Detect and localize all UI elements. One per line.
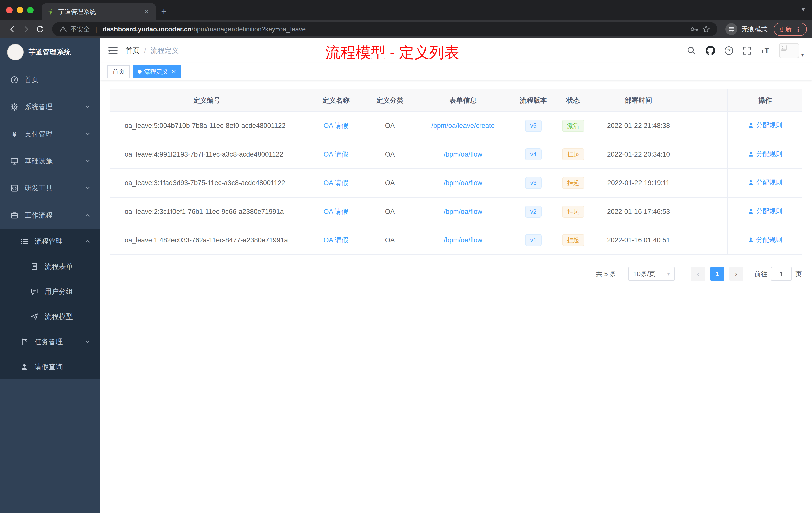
sidebar-item-payment[interactable]: ¥ 支付管理 [0,120,100,148]
sidebar-item-label: 系统管理 [25,102,53,112]
sidebar-item-infrastructure[interactable]: 基础设施 [0,148,100,175]
filler-cell [683,197,728,226]
main-panel: 流程模型 - 定义列表 首页 / 流程定义 ? [100,38,812,513]
pagination-total: 共 5 条 [596,270,616,278]
sidebar-item-label: 首页 [25,75,39,85]
status-badge: 挂起 [562,234,584,246]
chevron-down-icon [85,158,90,164]
definition-name-link[interactable]: OA 请假 [323,208,348,215]
definition-name-link[interactable]: OA 请假 [323,151,348,158]
prev-page-button[interactable]: ‹ [691,267,705,281]
table-row: oa_leave:1:482ec033-762a-11ec-8477-a2380… [111,226,802,254]
deploy-time: 2022-01-22 21:48:38 [594,112,683,140]
page-size-select[interactable]: 10条/页 ▾ [628,267,675,281]
user-icon [748,208,754,215]
url-divider: | [95,25,97,33]
tag-home[interactable]: 首页 [108,65,129,78]
sidebar-item-process-model[interactable]: 流程模型 [0,304,100,329]
back-button[interactable] [5,22,19,36]
assign-rule-button[interactable]: 分配规则 [748,207,782,216]
assign-rule-label: 分配规则 [756,235,782,244]
address-bar[interactable]: 不安全 | dashboard.yudao.iocoder.cn/bpm/man… [52,22,717,36]
security-label: 不安全 [70,25,90,34]
bookmark-star-icon[interactable] [702,25,710,33]
form-info-link[interactable]: /bpm/oa/flow [444,236,482,244]
tab-strip: 芋道管理系统 × + ▾ [0,0,812,20]
forward-button[interactable] [19,22,33,36]
form-info-link[interactable]: /bpm/oa/flow [444,179,482,187]
sidebar-item-dev-tools[interactable]: 研发工具 [0,175,100,202]
chevron-down-icon: ▾ [667,271,670,277]
tab-search-chevron-icon[interactable]: ▾ [802,5,805,13]
insecure-warning-icon[interactable] [59,25,67,33]
minimize-window-button[interactable] [17,7,23,13]
definition-name-link[interactable]: OA 请假 [323,179,348,187]
help-icon[interactable]: ? [725,47,733,55]
sidebar-item-workflow[interactable]: 工作流程 [0,202,100,229]
user-icon [748,151,754,157]
user-icon [748,237,754,243]
tab-close-icon[interactable]: × [142,7,151,16]
sidebar-item-user-group[interactable]: 用户分组 [0,279,100,304]
flag-icon [20,338,29,346]
password-key-icon[interactable] [690,25,698,33]
close-window-button[interactable] [6,7,12,13]
definition-id: oa_leave:1:482ec033-762a-11ec-8477-a2380… [111,226,303,254]
avatar-caret-down-icon[interactable]: ▾ [801,52,804,58]
assign-rule-button[interactable]: 分配规则 [748,121,782,130]
maximize-window-button[interactable] [27,7,34,13]
search-icon[interactable] [687,46,696,55]
assign-rule-button[interactable]: 分配规则 [748,235,782,244]
sidebar-item-leave-query[interactable]: 请假查询 [0,354,100,380]
tag-close-icon[interactable]: × [172,68,176,75]
list-icon [20,237,29,246]
browser-tab[interactable]: 芋道管理系统 × [42,3,156,20]
version-tag: v3 [525,177,541,189]
incognito-label: 无痕模式 [742,25,767,34]
next-page-button[interactable]: › [729,267,743,281]
github-icon[interactable] [705,46,715,56]
form-info-link[interactable]: /bpm/oa/flow [444,208,482,215]
sidebar-item-home[interactable]: 首页 [0,66,100,93]
sidebar-item-process-management[interactable]: 流程管理 [0,229,100,254]
sidebar-logo[interactable]: 芋道管理系统 [0,38,100,66]
sidebar-item-system[interactable]: 系统管理 [0,93,100,120]
fullscreen-icon[interactable] [743,47,751,55]
workflow-submenu: 流程管理 流程表单 用户分组 [0,229,100,380]
status-badge: 激活 [562,120,584,132]
definition-category: OA [369,169,411,197]
update-browser-button[interactable]: 更新 ⋮ [774,23,807,36]
document-icon [30,262,39,271]
menu-kebab-icon[interactable]: ⋮ [795,26,802,33]
form-info-link[interactable]: /bpm/oa/flow [444,151,482,158]
briefcase-icon [10,211,19,220]
goto-suffix: 页 [795,270,802,278]
page-url: dashboard.yudao.iocoder.cn/bpm/manager/d… [103,25,306,33]
definition-name-link[interactable]: OA 请假 [323,236,348,244]
assign-rule-label: 分配规则 [756,207,782,216]
assign-rule-button[interactable]: 分配规则 [748,178,782,187]
column-header: 表单信息 [411,89,515,112]
hamburger-icon[interactable] [109,47,117,55]
version-tag: v5 [525,120,541,132]
tag-process-definition[interactable]: 流程定义 × [133,65,181,78]
goto-page-input[interactable] [771,267,792,281]
sidebar-item-label: 请假查询 [35,362,63,372]
sidebar-item-label: 流程表单 [45,262,73,271]
breadcrumb-home[interactable]: 首页 [125,46,140,56]
definition-name-link[interactable]: OA 请假 [323,122,348,129]
page-number-button[interactable]: 1 [710,267,724,281]
font-size-icon[interactable]: TT [761,47,770,55]
chevron-up-icon [85,213,90,218]
sidebar-item-label: 工作流程 [25,211,53,220]
new-tab-button[interactable]: + [156,6,173,20]
form-info-link[interactable]: /bpm/oa/leave/create [431,122,495,129]
column-header: 定义名称 [303,89,369,112]
sidebar-item-task-management[interactable]: 任务管理 [0,329,100,354]
reload-button[interactable] [33,22,47,36]
assign-rule-button[interactable]: 分配规则 [748,150,782,158]
sidebar-item-process-form[interactable]: 流程表单 [0,254,100,279]
user-avatar[interactable]: ▾ [779,43,804,58]
definition-category: OA [369,197,411,226]
column-filler [683,89,728,112]
